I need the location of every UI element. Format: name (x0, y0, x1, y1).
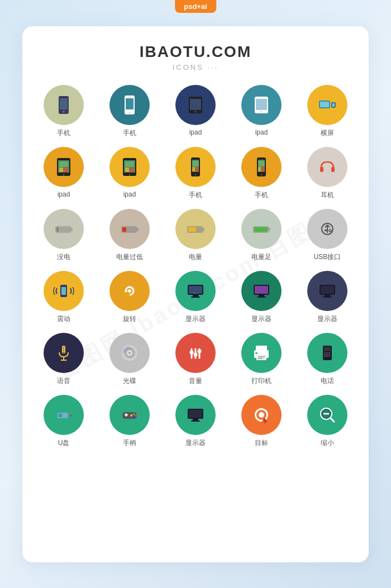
svg-point-118 (135, 414, 137, 417)
icon-label: ipad (58, 190, 70, 198)
icon-label: 电量足 (251, 252, 271, 262)
icon-label: 显示器 (251, 314, 271, 324)
svg-point-82 (63, 350, 64, 351)
svg-rect-47 (137, 228, 139, 231)
svg-point-120 (130, 414, 132, 417)
svg-point-9 (195, 111, 197, 112)
icon-item: 没电 (34, 209, 94, 262)
svg-line-131 (331, 418, 334, 422)
icon-item: ipad (34, 147, 94, 200)
icon-item: 显示器 (165, 395, 226, 448)
icon-label: ipad (123, 190, 136, 198)
icon-item: 电量 (165, 209, 226, 262)
icon-item: 电量足 (231, 209, 292, 262)
icon-item: 光碟 (99, 333, 160, 386)
svg-rect-75 (321, 286, 334, 294)
card-subtitle: ICONS ··· (173, 63, 219, 71)
svg-rect-114 (70, 414, 71, 417)
icon-item: 手机 (165, 147, 226, 200)
svg-rect-33 (196, 167, 199, 171)
svg-rect-8 (190, 99, 201, 110)
icon-item: ipad (99, 147, 160, 200)
svg-rect-1 (60, 98, 68, 109)
svg-rect-31 (192, 161, 199, 166)
svg-rect-62 (61, 287, 66, 295)
icon-label: 手柄 (123, 438, 136, 448)
svg-rect-97 (255, 352, 258, 354)
svg-point-87 (128, 352, 131, 354)
svg-point-127 (259, 412, 264, 418)
icon-item: 手机 (34, 85, 94, 138)
svg-rect-94 (256, 346, 267, 350)
icon-item: 旋转 (99, 271, 160, 324)
svg-rect-102 (324, 352, 326, 353)
svg-rect-72 (259, 295, 264, 297)
top-badge: psd+ai (175, 0, 216, 13)
icon-label: 没电 (57, 252, 70, 262)
svg-rect-11 (256, 99, 267, 110)
icon-label: 打印机 (251, 376, 271, 386)
svg-point-28 (129, 174, 131, 175)
svg-rect-109 (326, 356, 328, 357)
svg-point-83 (63, 352, 64, 353)
svg-rect-16 (332, 103, 335, 107)
svg-rect-67 (193, 295, 198, 297)
svg-rect-27 (130, 168, 134, 172)
svg-rect-19 (59, 161, 68, 167)
svg-rect-124 (191, 420, 200, 422)
svg-rect-76 (325, 295, 330, 297)
svg-rect-42 (331, 167, 335, 172)
icon-label: 手机 (255, 190, 268, 200)
icon-label: 音量 (189, 376, 202, 386)
icon-item: 震动 (34, 271, 94, 324)
svg-point-119 (132, 415, 135, 418)
icon-item: 耳机 (297, 147, 357, 200)
svg-rect-105 (324, 354, 326, 355)
icon-item: 目标 (231, 395, 292, 448)
svg-point-12 (261, 111, 263, 112)
icon-item: 电话 (297, 333, 357, 386)
icon-item: 显示器 (231, 271, 292, 324)
svg-rect-37 (258, 161, 265, 166)
svg-rect-103 (326, 352, 328, 353)
icon-label: ipad (255, 128, 268, 136)
icon-item: 电量过低 (99, 209, 160, 262)
svg-rect-25 (125, 161, 134, 167)
svg-rect-108 (324, 356, 326, 357)
svg-point-34 (195, 174, 197, 175)
icon-label: 震动 (57, 314, 70, 324)
svg-rect-39 (261, 167, 265, 171)
main-card: 百图网 ibaotu.com 百图网 IBAOTU.COM ICONS ··· … (22, 26, 369, 562)
icon-label: 旋转 (123, 314, 136, 324)
icon-label: U盘 (58, 438, 70, 448)
icon-label: 语音 (57, 376, 70, 386)
icon-label: 手机 (57, 128, 70, 138)
svg-rect-110 (328, 356, 330, 357)
svg-point-40 (261, 174, 263, 175)
svg-point-81 (63, 347, 64, 348)
svg-rect-21 (64, 168, 68, 172)
svg-rect-38 (258, 167, 261, 171)
svg-rect-32 (192, 167, 195, 171)
svg-rect-54 (254, 227, 268, 232)
icon-label: USB接口 (314, 252, 341, 262)
svg-point-89 (190, 350, 194, 354)
svg-point-2 (63, 111, 65, 112)
svg-rect-53 (269, 228, 270, 231)
svg-rect-113 (59, 414, 62, 417)
icon-label: 横屏 (321, 128, 334, 138)
svg-rect-4 (126, 98, 133, 109)
svg-point-60 (329, 230, 331, 232)
icon-item: 横屏 (297, 85, 357, 138)
svg-rect-50 (203, 228, 204, 231)
icon-item: 手柄 (99, 395, 160, 448)
svg-rect-20 (59, 168, 63, 172)
icon-item: 手机 (231, 147, 292, 200)
icon-label: 电量 (189, 252, 202, 262)
icon-item: 显示器 (297, 271, 357, 324)
icon-label: 电话 (321, 376, 334, 386)
svg-point-93 (198, 349, 202, 353)
icon-label: 耳机 (321, 190, 334, 200)
icon-item: ipad (165, 85, 226, 138)
svg-rect-106 (326, 354, 328, 355)
